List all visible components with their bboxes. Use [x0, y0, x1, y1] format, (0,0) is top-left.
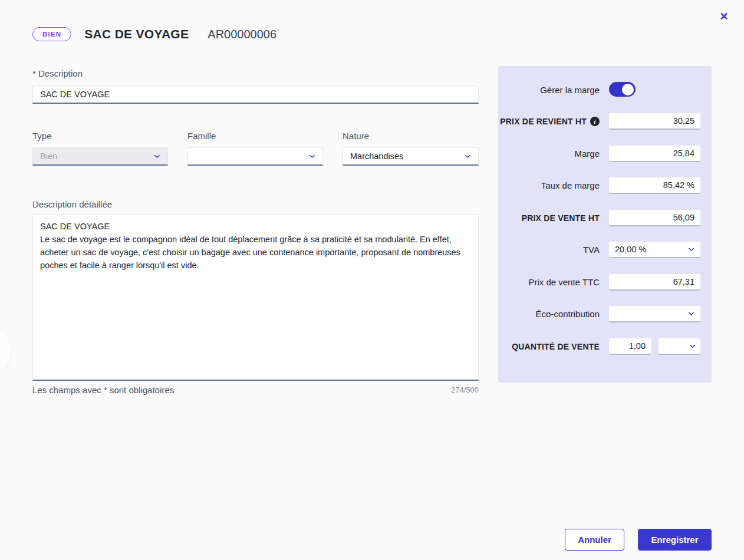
- nature-select-value: Marchandises: [350, 151, 403, 161]
- type-select: Bien: [32, 147, 168, 166]
- sale-price-ht-input[interactable]: [609, 210, 700, 226]
- sale-price-ht-label: PRIX DE VENTE HT: [498, 210, 600, 226]
- char-counter: 274/500: [420, 386, 479, 394]
- sale-quantity-unit-select[interactable]: [659, 338, 700, 355]
- manage-margin-label: Gérer la marge: [498, 82, 600, 98]
- sale-quantity-input[interactable]: [609, 338, 651, 355]
- type-select-value: Bien: [40, 151, 57, 161]
- description-input[interactable]: [32, 85, 479, 104]
- chevron-down-icon: [154, 153, 160, 159]
- info-icon[interactable]: i: [590, 117, 600, 126]
- margin-rate-label: Taux de marge: [498, 177, 600, 194]
- chevron-down-icon: [465, 153, 471, 159]
- required-fields-note: Les champs avec * sont obligatoires: [32, 385, 174, 395]
- margin-panel: Gérer la marge PRIX DE REVIENT HT i Marg…: [498, 66, 712, 383]
- detailed-description-textarea[interactable]: SAC DE VOYAGE Le sac de voyage est le co…: [32, 214, 479, 381]
- modal-header: BIEN SAC DE VOYAGE AR00000006: [32, 27, 276, 41]
- drawer-handle[interactable]: [0, 332, 11, 370]
- margin-label: Marge: [498, 146, 600, 162]
- manage-margin-toggle[interactable]: [609, 82, 636, 97]
- description-label: * Description: [32, 68, 83, 78]
- chevron-down-icon: [310, 153, 315, 159]
- nature-select[interactable]: Marchandises: [343, 147, 479, 166]
- article-edit-modal: ✕ BIEN SAC DE VOYAGE AR00000006 * Descri…: [0, 0, 744, 560]
- article-code: AR00000006: [208, 28, 276, 41]
- cancel-button[interactable]: Annuler: [565, 529, 624, 551]
- cost-price-label-text: PRIX DE REVIENT HT: [500, 113, 587, 130]
- page-title: SAC DE VOYAGE: [84, 27, 189, 41]
- toggle-knob: [622, 84, 634, 95]
- chevron-down-icon: [690, 342, 696, 348]
- famille-select[interactable]: [187, 147, 323, 166]
- close-icon[interactable]: ✕: [717, 9, 731, 24]
- sale-quantity-label: QUANTITÉ DE VENTE: [498, 338, 600, 355]
- sale-price-ttc-label: Prix de vente TTC: [498, 274, 600, 291]
- margin-rate-input[interactable]: [609, 177, 700, 194]
- eco-contribution-select[interactable]: [609, 306, 700, 322]
- margin-input[interactable]: [609, 146, 700, 162]
- type-badge: BIEN: [32, 27, 71, 41]
- chevron-down-icon: [689, 310, 694, 316]
- vat-select-value: 20,00 %: [615, 245, 646, 254]
- save-button[interactable]: Enregistrer: [638, 529, 712, 551]
- nature-label: Nature: [343, 131, 369, 141]
- vat-label: TVA: [498, 242, 600, 258]
- detailed-description-label: Description détaillée: [32, 199, 112, 209]
- type-label: Type: [32, 131, 52, 141]
- eco-contribution-label: Éco-contribution: [498, 306, 600, 322]
- cost-price-label: PRIX DE REVIENT HT i: [498, 113, 600, 130]
- vat-select[interactable]: 20,00 %: [609, 242, 700, 258]
- cost-price-input[interactable]: [609, 113, 700, 130]
- chevron-down-icon: [689, 246, 694, 252]
- famille-label: Famille: [187, 131, 216, 141]
- sale-price-ttc-input[interactable]: [609, 274, 700, 291]
